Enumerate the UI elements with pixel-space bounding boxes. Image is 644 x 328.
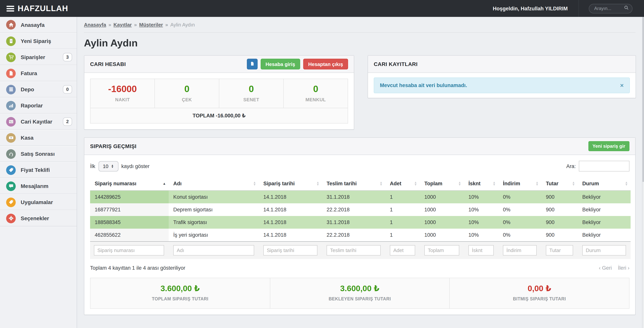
tag-icon bbox=[6, 197, 16, 207]
table-row[interactable]: 168777921Deprem sigortası14.1.201822.2.2… bbox=[90, 203, 630, 216]
page-title: Aylin Aydın bbox=[84, 37, 636, 49]
sidebar-item-siparisler[interactable]: Siparişler 3 bbox=[0, 49, 77, 65]
table-cell: 900 bbox=[541, 203, 578, 216]
pagination-next-button[interactable]: İleri › bbox=[618, 265, 630, 271]
pagination: ‹ Geri İleri › bbox=[599, 265, 630, 271]
sidebar-item-fatura[interactable]: Fatura bbox=[0, 65, 77, 81]
vertical-scrollbar[interactable] bbox=[642, 17, 644, 328]
pagination-prev-button[interactable]: ‹ Geri bbox=[599, 265, 612, 271]
sort-icon bbox=[458, 181, 461, 186]
filter-isknt-input[interactable] bbox=[468, 245, 494, 255]
sort-icon bbox=[414, 181, 417, 186]
table-cell: 1 bbox=[385, 203, 420, 216]
gear-icon bbox=[6, 213, 16, 223]
stat-menkul: 0 MENKUL bbox=[283, 79, 348, 108]
breadcrumb-link-musteriler[interactable]: Müşteriler bbox=[139, 22, 163, 28]
filter-indirim-input[interactable] bbox=[503, 245, 537, 255]
filter-row bbox=[90, 241, 630, 259]
table-cell: 10% bbox=[464, 190, 498, 203]
table-search-input[interactable] bbox=[579, 161, 630, 171]
sidebar-item-secenekler[interactable]: Seçenekler bbox=[0, 210, 77, 226]
global-search-input[interactable] bbox=[594, 5, 624, 12]
yeni-siparis-gir-button[interactable]: Yeni sipariş gir bbox=[588, 141, 630, 151]
table-cell: 900 bbox=[541, 229, 578, 241]
sort-icon bbox=[380, 181, 382, 186]
siparis-gecmisi-panel: SIPARIŞ GEÇMIŞI Yeni sipariş gir İlk 10 … bbox=[84, 137, 636, 315]
sidebar-item-anasayfa[interactable]: Anasayfa bbox=[0, 17, 77, 33]
brand-logo: HAFZULLAH bbox=[18, 4, 68, 13]
export-document-button[interactable] bbox=[247, 59, 258, 70]
sidebar-item-fiyat-teklifi[interactable]: Fiyat Teklifi bbox=[0, 162, 77, 178]
filter-durum-input[interactable] bbox=[582, 245, 626, 255]
cari-kayitlari-panel: CARI KAYITLARI Mevcut hesaba ait veri bu… bbox=[368, 55, 636, 98]
order-summary: 3.600,00 ₺ TOPLAM SIPARIŞ TUTARI 3.600,0… bbox=[90, 278, 630, 309]
length-label-prefix: İlk bbox=[90, 163, 95, 169]
table-cell: 188588345 bbox=[90, 216, 169, 229]
sidebar-item-raporlar[interactable]: Raporlar bbox=[0, 97, 77, 114]
table-cell: Bekliyor bbox=[578, 216, 630, 229]
column-header-adi[interactable]: Adı bbox=[169, 177, 259, 190]
breadcrumb-link-anasayfa[interactable]: Anasayfa bbox=[84, 22, 106, 28]
sidebar-item-uygulamalar[interactable]: Uygulamalar bbox=[0, 194, 77, 210]
column-header-siparis-tarihi[interactable]: Sipariş tarihi bbox=[259, 177, 322, 190]
global-search[interactable] bbox=[589, 4, 632, 13]
column-header-durum[interactable]: Durum bbox=[578, 177, 630, 190]
table-cell: Konut sigortası bbox=[169, 190, 259, 203]
filter-siparis-numarasi-input[interactable] bbox=[94, 245, 164, 255]
column-header-isknt[interactable]: İsknt bbox=[464, 177, 498, 190]
table-cell: 10% bbox=[464, 229, 498, 241]
sidebar-item-cari-kayitlar[interactable]: Cari Kayıtlar 2 bbox=[0, 114, 77, 130]
home-icon bbox=[6, 20, 16, 30]
document-icon bbox=[249, 61, 255, 67]
table-cell: 1 bbox=[385, 216, 420, 229]
table-cell: 31.1.2018 bbox=[322, 216, 385, 229]
table-cell: 900 bbox=[541, 190, 578, 203]
banknote-icon bbox=[6, 133, 16, 143]
column-header-tutar[interactable]: Tutar bbox=[541, 177, 578, 190]
receipt-icon bbox=[6, 36, 16, 46]
cari-kayitlari-title: CARI KAYITLARI bbox=[374, 61, 418, 67]
welcome-text: Hoşgeldin, Hafzullah YILDIRIM bbox=[493, 6, 568, 11]
sidebar-item-satis-sonrasi[interactable]: Satış Sonrası bbox=[0, 146, 77, 162]
top-bar: HAFZULLAH Hoşgeldin, Hafzullah YILDIRIM bbox=[0, 0, 644, 17]
sidebar-item-yeni-siparis[interactable]: Yeni Sipariş bbox=[0, 33, 77, 49]
filter-adet-input[interactable] bbox=[390, 245, 415, 255]
orders-tbody: 144289625Konut sigortası14.1.201831.1.20… bbox=[90, 190, 630, 241]
table-cell: 22.2.2018 bbox=[322, 203, 385, 216]
filter-teslim-tarihi-input[interactable] bbox=[326, 245, 381, 255]
table-row[interactable]: 188588345Trafik sigortası14.1.201831.1.2… bbox=[90, 216, 630, 229]
column-header-adet[interactable]: Adet bbox=[385, 177, 420, 190]
scrollbar-thumb[interactable] bbox=[642, 17, 644, 182]
page-length-select[interactable]: 10 bbox=[98, 161, 118, 171]
filter-toplam-input[interactable] bbox=[424, 245, 459, 255]
breadcrumb-link-kayitlar[interactable]: Kayıtlar bbox=[114, 22, 132, 28]
filter-siparis-tarihi-input[interactable] bbox=[263, 245, 318, 255]
sidebar-nav: Anasayfa Yeni Sipariş Siparişler 3 Fatur… bbox=[0, 17, 77, 226]
table-cell: 168777921 bbox=[90, 203, 169, 216]
table-header-row: Sipariş numarası Adı Sipariş tarihi Tesl… bbox=[90, 177, 630, 190]
filter-tutar-input[interactable] bbox=[546, 245, 573, 255]
hesaptan-cikis-button[interactable]: Hesaptan çıkış bbox=[303, 59, 348, 70]
siparis-gecmisi-title: SIPARIŞ GEÇMIŞI bbox=[90, 143, 136, 149]
sidebar: Anasayfa Yeni Sipariş Siparişler 3 Fatur… bbox=[0, 17, 77, 328]
table-cell: 14.1.2018 bbox=[259, 229, 322, 241]
column-header-toplam[interactable]: Toplam bbox=[420, 177, 464, 190]
close-icon[interactable]: × bbox=[620, 83, 624, 88]
hesaba-giris-button[interactable]: Hesaba giriş bbox=[260, 59, 300, 70]
sidebar-item-depo[interactable]: Depo 0 bbox=[0, 81, 77, 97]
table-cell: İş yeri sigortası bbox=[169, 229, 259, 241]
table-cell: 1000 bbox=[420, 229, 464, 241]
table-cell: 1000 bbox=[420, 216, 464, 229]
column-header-siparis-numarasi[interactable]: Sipariş numarası bbox=[90, 177, 169, 190]
table-row[interactable]: 144289625Konut sigortası14.1.201831.1.20… bbox=[90, 190, 630, 203]
table-cell: 31.1.2018 bbox=[322, 190, 385, 203]
hamburger-menu-icon[interactable] bbox=[6, 6, 14, 11]
filter-adi-input[interactable] bbox=[173, 245, 254, 255]
sidebar-item-mesajlarim[interactable]: Mesajlarım bbox=[0, 178, 77, 194]
table-cell: 1000 bbox=[420, 190, 464, 203]
table-row[interactable]: 462855622İş yeri sigortası14.1.201822.2.… bbox=[90, 229, 630, 241]
column-header-teslim-tarihi[interactable]: Teslim tarihi bbox=[322, 177, 385, 190]
sidebar-item-kasa[interactable]: Kasa bbox=[0, 130, 77, 146]
headset-icon bbox=[6, 149, 16, 159]
column-header-indirim[interactable]: İndirim bbox=[498, 177, 541, 190]
